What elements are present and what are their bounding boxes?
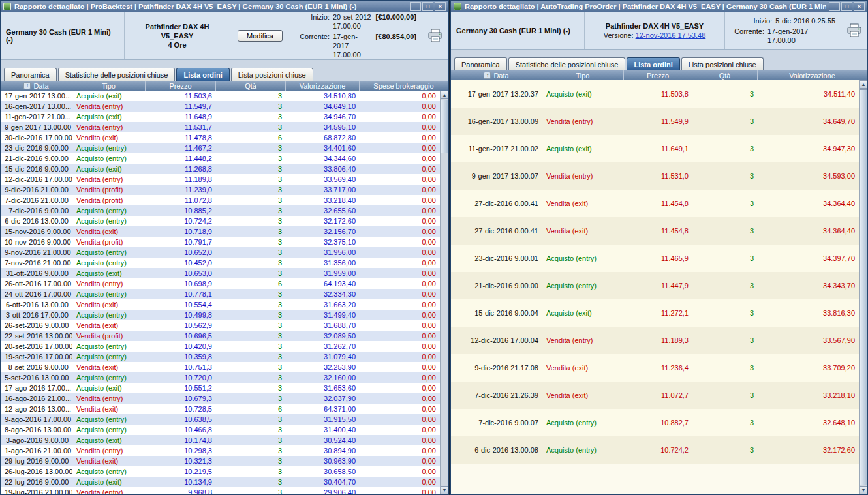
scroll-track[interactable]: [441, 99, 448, 486]
order-row[interactable]: 26-lug-2016 13.00.00Acquisto (entry)10.2…: [1, 466, 440, 477]
order-row[interactable]: 8-ago-2016 13.00.00Acquisto (entry)10.46…: [1, 425, 440, 435]
column-header-tipo[interactable]: Tipo: [542, 70, 624, 80]
order-row[interactable]: 3-ago-2016 9.00.00Acquisto (exit)10.174,…: [1, 435, 440, 445]
order-row[interactable]: 23-dic-2016 9.00.01Acquisto (entry)11.46…: [451, 245, 859, 272]
scroll-track[interactable]: [860, 89, 867, 486]
cell-spese-brokeraggio: 0,00: [360, 393, 440, 404]
column-header-qt[interactable]: Qtà: [692, 70, 758, 80]
order-row[interactable]: 7-dic-2016 21.00.00Vendita (profit)11.07…: [1, 195, 440, 205]
order-row[interactable]: 5-set-2016 13.00.00Acquisto (entry)10.72…: [1, 372, 440, 383]
order-row[interactable]: 9-ago-2016 17.00.00Acquisto (entry)10.63…: [1, 414, 440, 425]
versione-link[interactable]: 12-nov-2016 17.53.48: [636, 31, 706, 39]
order-row[interactable]: 15-nov-2016 9.00.00Vendita (exit)10.718,…: [1, 226, 440, 237]
order-row[interactable]: 17-gen-2017 13.00...Acquisto (exit)11.50…: [1, 91, 440, 101]
order-row[interactable]: 7-dic-2016 21.26.39Vendita (exit)11.072,…: [451, 382, 859, 409]
order-row[interactable]: 15-dic-2016 9.00.04Acquisto (exit)11.272…: [451, 299, 859, 327]
print-icon[interactable]: [846, 23, 862, 38]
order-row[interactable]: 24-ott-2016 17.00.00Acquisto (entry)10.7…: [1, 289, 440, 299]
scroll-up-button[interactable]: ▲: [860, 80, 867, 89]
order-row[interactable]: 9-dic-2016 21.17.08Vendita (exit)11.236,…: [451, 354, 859, 382]
order-row[interactable]: 29-lug-2016 9.00.00Vendita (exit)10.321,…: [1, 456, 440, 466]
column-header-tipo[interactable]: Tipo: [72, 81, 146, 91]
column-header-qt[interactable]: Qtà: [216, 81, 286, 91]
order-row[interactable]: 7-nov-2016 21.00.00Acquisto (entry)10.45…: [1, 258, 440, 268]
order-row[interactable]: 23-dic-2016 9.00.00Acquisto (entry)11.46…: [1, 143, 440, 153]
order-row[interactable]: 21-dic-2016 9.00.00Acquisto (entry)11.44…: [451, 272, 859, 299]
minimize-button[interactable]: –: [410, 2, 421, 11]
tab-statistiche-delle-posizioni-chiuse[interactable]: Statistiche delle posizioni chiuse: [58, 68, 176, 81]
order-row[interactable]: 9-dic-2016 21.00.00Vendita (profit)11.23…: [1, 185, 440, 195]
order-row[interactable]: 12-dic-2016 17.00.00Vendita (entry)11.18…: [1, 174, 440, 185]
order-row[interactable]: 12-dic-2016 17.00.04Vendita (entry)11.18…: [451, 327, 859, 354]
order-row[interactable]: 26-ott-2016 17.00.00Vendita (entry)10.69…: [1, 278, 440, 289]
order-row[interactable]: 11-gen-2017 21.00.02Acquisto (exit)11.64…: [451, 135, 859, 162]
scroll-up-button[interactable]: ▲: [441, 91, 448, 99]
maximize-button[interactable]: □: [422, 2, 433, 11]
order-row[interactable]: 15-dic-2016 9.00.00Acquisto (exit)11.268…: [1, 164, 440, 174]
order-row[interactable]: 8-set-2016 9.00.00Vendita (exit)10.751,3…: [1, 362, 440, 372]
minimize-button[interactable]: –: [829, 2, 840, 11]
order-row[interactable]: 30-dic-2016 17.00.00Vendita (exit)11.478…: [1, 132, 440, 143]
column-header-valorizzazione[interactable]: Valorizzazione: [286, 81, 360, 91]
order-row[interactable]: 17-gen-2017 13.20.37Acquisto (exit)11.50…: [451, 80, 859, 108]
order-row[interactable]: 6-dic-2016 13.00.08Acquisto (entry)10.72…: [451, 436, 859, 464]
close-button[interactable]: ×: [435, 2, 446, 11]
close-button[interactable]: ×: [854, 2, 865, 11]
order-row[interactable]: 11-gen-2017 21.00...Acquisto (exit)11.64…: [1, 112, 440, 122]
order-row[interactable]: 27-dic-2016 0.00.41Vendita (exit)11.454,…: [451, 217, 859, 245]
order-row[interactable]: 16-ago-2016 21.00...Vendita (entry)10.67…: [1, 393, 440, 404]
order-row[interactable]: 6-dic-2016 13.00.00Acquisto (entry)10.72…: [1, 216, 440, 226]
order-row[interactable]: 16-gen-2017 13.00.09Vendita (entry)11.54…: [451, 108, 859, 135]
column-header-prezzo[interactable]: Prezzo: [624, 70, 692, 80]
tab-lista-ordini[interactable]: Lista ordini: [176, 68, 229, 81]
order-row[interactable]: 22-lug-2016 9.00.00Acquisto (exit)10.134…: [1, 477, 440, 487]
order-row[interactable]: 7-dic-2016 9.00.00Acquisto (entry)10.885…: [1, 205, 440, 216]
column-header-prezzo[interactable]: Prezzo: [146, 81, 216, 91]
column-header-valorizzazione[interactable]: Valorizzazione: [758, 70, 867, 80]
scroll-thumb[interactable]: [441, 100, 448, 153]
scroll-down-button[interactable]: ▼: [441, 486, 448, 494]
tab-statistiche-delle-posizioni-chiuse[interactable]: Statistiche delle posizioni chiuse: [508, 57, 626, 70]
order-row[interactable]: 16-gen-2017 13.00...Vendita (entry)11.54…: [1, 101, 440, 112]
titlebar[interactable]: Rapporto dettagliato | AutoTrading ProOr…: [451, 1, 867, 12]
sort-ascending-icon[interactable]: ↑: [484, 72, 491, 79]
tab-panoramica[interactable]: Panoramica: [454, 57, 507, 70]
order-row[interactable]: 10-nov-2016 9.00.00Vendita (profit)10.79…: [1, 237, 440, 247]
scroll-down-button[interactable]: ▼: [860, 486, 867, 494]
order-row[interactable]: 19-lug-2016 21.00.00Vendita (entry)9.968…: [1, 487, 440, 494]
order-row[interactable]: 3-ott-2016 17.00.00Acquisto (entry)10.49…: [1, 310, 440, 320]
order-row[interactable]: 1-ago-2016 21.00.00Vendita (entry)10.298…: [1, 445, 440, 456]
order-row[interactable]: 12-ago-2016 13.00...Vendita (exit)10.728…: [1, 404, 440, 414]
order-row[interactable]: 20-set-2016 17.00.00Acquisto (entry)10.4…: [1, 341, 440, 352]
order-row[interactable]: 31-ott-2016 9.00.00Acquisto (exit)10.653…: [1, 268, 440, 278]
vertical-scrollbar[interactable]: ▲ ▼: [859, 80, 867, 494]
order-row[interactable]: 7-dic-2016 9.00.07Acquisto (entry)10.882…: [451, 409, 859, 436]
sort-ascending-icon[interactable]: ↑: [23, 82, 31, 89]
maximize-button[interactable]: □: [841, 2, 852, 11]
titlebar[interactable]: Rapporto dettagliato | ProBacktest | Pat…: [1, 1, 448, 12]
order-row[interactable]: 21-dic-2016 9.00.00Acquisto (entry)11.44…: [1, 153, 440, 164]
cell-data: 7-nov-2016 21.00.00: [1, 258, 72, 268]
tab-lista-posizioni-chiuse[interactable]: Lista posizioni chiuse: [231, 68, 313, 81]
order-row[interactable]: 9-nov-2016 21.00.00Acquisto (entry)10.65…: [1, 247, 440, 258]
order-row[interactable]: 17-ago-2016 17.00...Acquisto (exit)10.55…: [1, 383, 440, 393]
date-range: Inizio: 20-set-2012 17.00.00 [€10.000,00…: [290, 12, 422, 59]
order-row[interactable]: 9-gen-2017 13.00.00Vendita (entry)11.531…: [1, 122, 440, 132]
tab-panoramica[interactable]: Panoramica: [4, 68, 57, 81]
vertical-scrollbar[interactable]: ▲ ▼: [440, 91, 448, 494]
tab-lista-ordini[interactable]: Lista ordini: [627, 57, 679, 70]
tab-lista-posizioni-chiuse[interactable]: Lista posizioni chiuse: [681, 57, 764, 70]
cell-valorizzazione: 34.649,10: [286, 101, 360, 112]
order-row[interactable]: 27-dic-2016 0.00.41Vendita (exit)11.454,…: [451, 190, 859, 217]
order-row[interactable]: 19-set-2016 17.00.00Acquisto (entry)10.3…: [1, 352, 440, 362]
column-header-data[interactable]: ↑Data: [451, 70, 542, 80]
order-row[interactable]: 22-set-2016 13.00.00Vendita (profit)10.6…: [1, 331, 440, 341]
order-row[interactable]: 9-gen-2017 13.00.07Vendita (entry)11.531…: [451, 162, 859, 190]
scroll-thumb[interactable]: [860, 89, 867, 485]
order-row[interactable]: 6-ott-2016 13.00.00Vendita (exit)10.554,…: [1, 299, 440, 310]
order-row[interactable]: 26-set-2016 9.00.00Vendita (exit)10.562,…: [1, 320, 440, 331]
column-header-data[interactable]: ↑Data: [1, 81, 72, 91]
column-header-spese-brokeraggio[interactable]: Spese brokeraggio: [360, 81, 448, 91]
modifica-button[interactable]: Modifica: [238, 30, 283, 42]
print-icon[interactable]: [427, 29, 443, 43]
